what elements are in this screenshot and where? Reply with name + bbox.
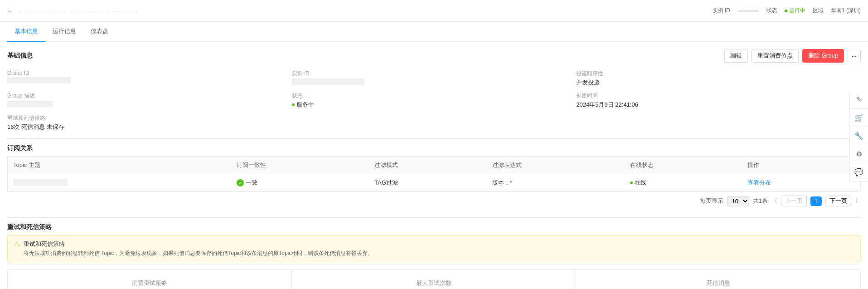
consistency-value: 一致: [246, 179, 257, 187]
metric-max-retry: 最大重试次数 16次: [292, 270, 576, 289]
group-id-field: Group ID: [7, 70, 292, 87]
status-field-dot: [292, 103, 295, 106]
group-desc-label: Group 描述: [7, 92, 292, 100]
status-field: 状态 服务中: [292, 92, 577, 109]
delivery-order-value: 并发投递: [576, 78, 861, 87]
subscription-table: Topic 主题 订阅一致性 过滤模式 过滤表达式 在线状态 操作 ✓: [7, 156, 861, 192]
table-row: ✓ 一致 TAG过滤 版本：* 在线: [8, 174, 861, 192]
total-count: 共1条: [753, 197, 768, 205]
metric-retry-strategy: 消费重试策略 阶梯退避: [8, 270, 292, 289]
cart-sidebar-icon[interactable]: 🛒: [850, 109, 868, 127]
col-filter-expr: 过滤表达式: [487, 157, 625, 174]
group-id-label: Group ID: [7, 70, 292, 76]
status-value: 运行中: [789, 7, 805, 15]
settings-sidebar-icon[interactable]: ⚙: [850, 145, 868, 163]
created-time-label: 创建时间: [576, 92, 861, 100]
per-page-select[interactable]: 10 20 50: [727, 196, 749, 206]
subscription-title: 订阅关系: [7, 144, 861, 152]
warning-content: 重试和死信策略 将无法成功消费的消息转到死信 Topic，为避免垃圾现象，如果死…: [24, 240, 373, 257]
retry-strategy-field: 重试和死信策略 16次 死信消息 未保存: [7, 114, 292, 131]
tab-bar: 基本信息 运行信息 仪表盘: [0, 22, 868, 42]
retry-section: 重试和死信策略 ⚠ 重试和死信策略 将无法成功消费的消息转到死信 Topic，为…: [7, 223, 861, 289]
edit-sidebar-icon[interactable]: ✎: [850, 91, 868, 109]
region-value: 华南1 (深圳): [831, 7, 861, 15]
warning-desc: 将无法成功消费的消息转到死信 Topic，为避免垃圾现象，如果死信消息要保存的死…: [24, 249, 373, 257]
warning-box: ⚠ 重试和死信策略 将无法成功消费的消息转到死信 Topic，为避免垃圾现象，如…: [7, 235, 861, 262]
warning-icon: ⚠: [14, 240, 20, 248]
instance-id-field: 实例 ID: [292, 70, 577, 87]
per-page-label: 每页显示: [700, 197, 723, 205]
breadcrumb: · · · · · · · · · · · · · · · · · · · · …: [20, 7, 713, 14]
status-field-text: 服务中: [296, 101, 314, 109]
delete-group-button[interactable]: 删除 Group: [802, 49, 844, 63]
reset-button[interactable]: 重置消费位点: [752, 49, 799, 63]
status-field-label: 状态: [292, 92, 577, 100]
delivery-order-field: 投递顺序性 并发投递: [576, 70, 861, 87]
right-sidebar: ✎ 🛒 🔧 ⚙ 💬: [849, 91, 868, 181]
status-field-value: 服务中: [292, 101, 577, 109]
created-time-field: 创建时间 2024年5月9日 22:41:06: [576, 92, 861, 109]
metric-dead-letter: 死信消息 未保存: [576, 270, 860, 289]
current-page-button[interactable]: 1: [810, 196, 822, 206]
retry-strategy-value: 16次 死信消息 未保存: [7, 123, 292, 131]
col-consistency: 订阅一致性: [231, 157, 369, 174]
retry-strategy-metric-label: 消费重试策略: [19, 279, 281, 287]
check-icon: ✓: [237, 179, 244, 186]
cell-filter-mode: TAG过滤: [369, 174, 487, 192]
cell-filter-expr: 版本：*: [487, 174, 625, 192]
col-filter-mode: 过滤模式: [369, 157, 487, 174]
tab-runtime[interactable]: 运行信息: [45, 22, 83, 42]
group-id-value: [7, 77, 292, 85]
cell-consistency: ✓ 一致: [231, 174, 369, 192]
edit-button[interactable]: 编辑: [724, 49, 748, 63]
created-time-value: 2024年5月9日 22:41:06: [576, 101, 861, 109]
status-running: 运行中: [785, 7, 805, 15]
subscription-section: 订阅关系 Topic 主题 订阅一致性 过滤模式 过滤表达式 在线状态 操作: [7, 144, 861, 210]
warning-title: 重试和死信策略: [24, 240, 373, 248]
cell-online-status: 在线: [625, 174, 742, 192]
instance-id-field-label: 实例 ID: [292, 70, 577, 78]
cell-action: 查看分布: [742, 174, 860, 192]
status-label: 状态: [766, 7, 777, 15]
back-button[interactable]: ←: [7, 7, 15, 15]
cell-topic: [8, 174, 232, 192]
col-online-status: 在线状态: [625, 157, 742, 174]
group-desc-field: Group 描述: [7, 92, 292, 109]
basic-info-title: 基础信息: [7, 52, 33, 60]
instance-id-label: 实例 ID: [713, 7, 730, 15]
tab-basic[interactable]: 基本信息: [7, 22, 45, 42]
dead-letter-label: 死信消息: [587, 279, 849, 287]
tab-dashboard[interactable]: 仪表盘: [83, 22, 116, 42]
col-action: 操作: [742, 157, 860, 174]
pagination: 每页显示 10 20 50 共1条 〈 上一页 1 下一页 〉: [7, 192, 861, 210]
group-desc-value: [7, 101, 292, 108]
prev-separator: 〈: [771, 197, 777, 205]
next-page-button[interactable]: 下一页: [825, 196, 851, 206]
online-dot: [630, 181, 633, 184]
max-retry-label: 最大重试次数: [303, 279, 565, 287]
col-topic: Topic 主题: [8, 157, 232, 174]
instance-id-value: [737, 10, 759, 12]
delivery-order-label: 投递顺序性: [576, 70, 861, 78]
region-label: 区域: [813, 7, 824, 15]
online-value: 在线: [635, 179, 646, 187]
action-buttons: 编辑 重置消费位点 删除 Group ···: [724, 49, 861, 63]
retry-title: 重试和死信策略: [7, 223, 861, 231]
instance-id-field-value: [292, 78, 577, 86]
chat-sidebar-icon[interactable]: 💬: [850, 163, 868, 181]
metrics-grid: 消费重试策略 阶梯退避 最大重试次数 16次 死信消息 未保存: [7, 269, 861, 289]
status-dot: [785, 10, 787, 12]
next-separator: 〉: [855, 197, 861, 205]
header-right: 实例 ID 状态 运行中 区域 华南1 (深圳): [713, 7, 861, 15]
retry-strategy-label: 重试和死信策略: [7, 114, 292, 122]
prev-page-button[interactable]: 上一页: [781, 196, 807, 206]
more-button[interactable]: ···: [848, 50, 861, 62]
tools-sidebar-icon[interactable]: 🔧: [850, 127, 868, 145]
view-distribution-link[interactable]: 查看分布: [747, 179, 771, 186]
